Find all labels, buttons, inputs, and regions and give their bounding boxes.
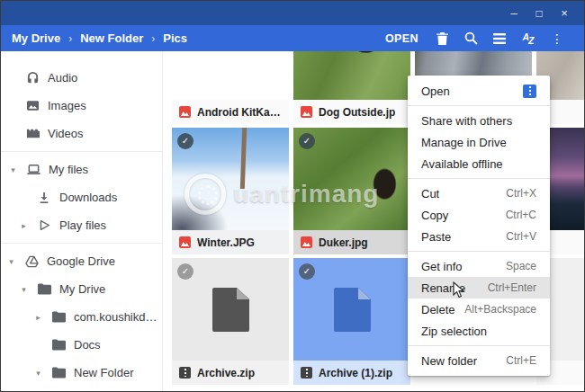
breadcrumb-new-folder[interactable]: New Folder (80, 31, 143, 45)
maximize-icon[interactable]: □ (526, 4, 552, 22)
sidebar-item-my-files[interactable]: ▾ My files (1, 156, 162, 183)
file-tile-archive-1-zip[interactable]: ✓ Archive (1).zip (293, 258, 410, 385)
open-button[interactable]: OPEN (385, 32, 418, 45)
file-tile-android-kitkat[interactable]: Android KitKat.... (172, 51, 289, 124)
file-tile-dog-outside[interactable]: Dog Outside.jp (293, 51, 410, 124)
breadcrumb: My Drive › New Folder › Pics (12, 31, 187, 45)
thumbnail-dog-outside (293, 51, 410, 100)
files-app-window: – □ × My Drive › New Folder › Pics OPEN … (0, 0, 585, 392)
thumbnail-duker: ✓ (293, 128, 410, 230)
file-document-icon (212, 288, 249, 332)
breadcrumb-my-drive[interactable]: My Drive (12, 31, 60, 45)
vertical-dots-icon: ⋮ (551, 31, 563, 46)
images-icon (25, 99, 40, 113)
shortcut-label: Alt+Backspace (464, 303, 536, 316)
sidebar: Audio Images Videos ▾ My files Downloads (1, 51, 163, 391)
sidebar-divider (1, 243, 162, 244)
file-tile-archive-zip[interactable]: ✓ Archive.zip (172, 258, 289, 385)
menu-item-share-with-others[interactable]: Share with others (408, 110, 550, 131)
chevron-right-icon[interactable]: ▸ (19, 221, 29, 230)
menu-item-paste[interactable]: Paste Ctrl+V (408, 226, 550, 247)
file-name: Duker.jpg (319, 236, 368, 249)
minimize-icon[interactable]: – (501, 4, 526, 22)
sidebar-item-videos[interactable]: Videos (1, 120, 162, 147)
chevron-right-icon[interactable]: ▸ (33, 313, 43, 322)
shortcut-label: Ctrl+C (506, 209, 536, 221)
folder-icon (37, 282, 51, 297)
shortcut-label: Ctrl+X (506, 187, 536, 200)
file-document-icon (334, 288, 371, 332)
search-icon (464, 31, 478, 45)
download-icon (37, 191, 51, 205)
check-icon[interactable]: ✓ (177, 133, 194, 149)
sidebar-item-my-drive[interactable]: ▾ My Drive (1, 275, 162, 303)
close-icon[interactable]: × (552, 4, 577, 22)
sidebar-item-play-files[interactable]: ▸ Play files (1, 211, 162, 239)
menu-item-manage-in-drive[interactable]: Manage in Drive (408, 131, 550, 153)
zip-app-icon (523, 85, 536, 98)
audio-icon (25, 71, 40, 85)
file-name: Dog Outside.jp (319, 106, 395, 119)
menu-item-delete[interactable]: Delete Alt+Backspace (408, 298, 550, 320)
file-name: Android KitKat.... (197, 106, 282, 119)
zip-file-icon (179, 367, 191, 379)
thumbnail-archive-zip: ✓ (172, 258, 289, 361)
shortcut-label: Space (506, 260, 536, 272)
menu-item-zip-selection[interactable]: Zip selection (408, 320, 550, 342)
play-icon (37, 218, 51, 233)
chevron-down-icon[interactable]: ▾ (8, 165, 18, 174)
sidebar-item-docs[interactable]: Docs (1, 331, 162, 359)
sort-az-button[interactable]: AZ (514, 27, 543, 50)
trash-icon (436, 31, 448, 45)
toolbar-actions: OPEN AZ ⋮ (385, 27, 572, 50)
menu-item-cut[interactable]: Cut Ctrl+X (408, 183, 550, 204)
chevron-down-icon[interactable]: ▾ (6, 257, 16, 266)
window-titlebar: – □ × (1, 1, 584, 25)
image-file-icon (179, 106, 191, 118)
list-menu-icon (493, 33, 506, 44)
sidebar-item-downloads[interactable]: Downloads (1, 183, 162, 211)
laptop-icon (26, 163, 40, 177)
menu-item-rename[interactable]: Rename Ctrl+Enter (408, 277, 550, 298)
sidebar-item-images[interactable]: Images (1, 92, 162, 120)
videos-icon (25, 127, 40, 141)
zip-file-icon (301, 367, 312, 379)
check-icon[interactable]: ✓ (299, 263, 315, 280)
menu-item-available-offline[interactable]: Available offline (408, 153, 550, 174)
menu-separator (408, 105, 550, 106)
sidebar-item-audio[interactable]: Audio (1, 64, 162, 92)
sidebar-item-com-koushikdutt[interactable]: ▸ com.koushikdutt... (1, 303, 162, 331)
sidebar-item-new-folder[interactable]: ▾ New Folder (1, 359, 162, 387)
shadow (172, 192, 231, 230)
sidebar-item-pics[interactable]: Pics (1, 387, 162, 391)
breadcrumb-separator: › (151, 32, 155, 45)
tree-trunk (239, 128, 246, 189)
menu-item-copy[interactable]: Copy Ctrl+C (408, 204, 550, 226)
view-list-button[interactable] (485, 27, 514, 50)
menu-item-get-info[interactable]: Get info Space (408, 255, 550, 277)
chevron-down-icon[interactable]: ▾ (33, 369, 43, 378)
breadcrumb-separator: › (68, 32, 72, 45)
file-tile-duker[interactable]: ✓ Duker.jpg (293, 128, 410, 254)
shortcut-label: Ctrl+Enter (488, 281, 536, 294)
thumbnail-android-kitkat (172, 51, 289, 100)
more-options-button[interactable]: ⋮ (543, 27, 572, 50)
breadcrumb-pics[interactable]: Pics (163, 31, 187, 45)
menu-item-open[interactable]: Open (408, 80, 550, 102)
search-button[interactable] (456, 27, 485, 50)
check-icon[interactable]: ✓ (177, 263, 194, 280)
drive-icon (24, 254, 39, 269)
chevron-down-icon[interactable]: ▾ (19, 285, 29, 294)
file-tile-winter[interactable]: ✓ Winter.JPG (172, 128, 289, 254)
check-icon[interactable]: ✓ (299, 133, 315, 149)
thumbnail-winter: ✓ (172, 128, 289, 230)
sidebar-divider (1, 151, 162, 152)
sidebar-item-google-drive[interactable]: ▾ Google Drive (1, 247, 162, 275)
sort-az-icon: AZ (522, 33, 534, 44)
app-toolbar: My Drive › New Folder › Pics OPEN AZ ⋮ (1, 25, 584, 51)
image-file-icon (301, 106, 312, 118)
folder-icon (51, 310, 66, 325)
menu-item-new-folder[interactable]: New folder Ctrl+E (408, 350, 550, 371)
delete-button[interactable] (428, 27, 456, 50)
file-name: Archive.zip (197, 367, 255, 379)
